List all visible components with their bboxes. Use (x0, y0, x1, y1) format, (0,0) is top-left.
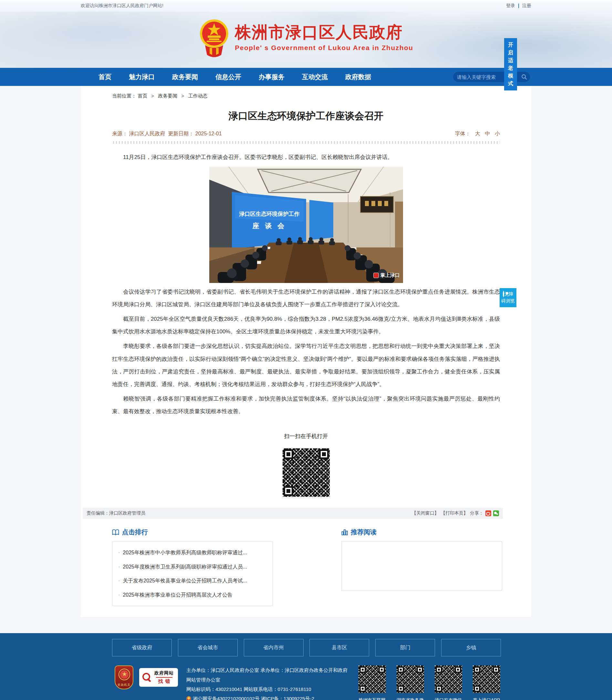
footer-qrcode (397, 665, 424, 693)
bottom-columns: 点击排行 ·2025年株洲市中小学教师系列高级教师职称评审通过... ·2025… (112, 528, 502, 606)
font-size-large[interactable]: 大 (475, 131, 480, 136)
footer-qr-label: 渌口发布微信公众号 (433, 697, 464, 700)
footer-link-departments[interactable]: 部门 (375, 639, 435, 656)
search-icon[interactable] (521, 74, 527, 80)
footer-qr-group: 株洲市互联网违法和不良信息举报 湖南省政务微信 渌口发布微信公众号 掌上渌口AP… (357, 665, 502, 700)
divider (518, 3, 519, 8)
hot-ranking-list: ·2025年株洲市中小学教师系列高级教师职称评审通过... ·2025年度株洲市… (112, 541, 273, 606)
breadcrumb-separator: > (151, 93, 154, 98)
eye-icon (503, 291, 504, 297)
zhangshang-lukou-logo-icon (373, 273, 379, 278)
breadcrumb: 当前位置： 首页 > 政务要闻 > 工作动态 (81, 86, 531, 100)
footer-link-counties[interactable]: 县市区 (309, 639, 369, 656)
nav-item-gov-data[interactable]: 政府数据 (345, 73, 371, 81)
footer-link-province-cities[interactable]: 省内市州 (244, 639, 304, 656)
site-logo[interactable]: 株洲市渌口区人民政府 People' s Government of Lukou… (0, 12, 612, 58)
recommend-title: 推荐阅读 (351, 528, 377, 537)
hot-list-item[interactable]: ·2025年株洲市中小学教师系列高级教师职称评审通过... (118, 546, 267, 560)
article-qrcode (282, 448, 330, 497)
weibo-share-icon[interactable] (485, 510, 491, 516)
hot-list-item[interactable]: ·关于发布2025年攸县事业单位公开招聘工作人员考试... (118, 574, 267, 588)
hot-ranking-title: 点击排行 (122, 528, 148, 537)
bar-chart-icon (342, 529, 348, 536)
magnifier-icon (142, 673, 152, 682)
footer-bottom: 党政机关 政府网站 找错 主办单位：渌口区人民政府办公室 承办单位：渌口区政府办… (81, 656, 531, 700)
footer-link-capital-city[interactable]: 省会城市 (178, 639, 238, 656)
welcome-text: 欢迎访问株洲市渌口区人民政府门户网站! (81, 3, 163, 9)
meeting-room-photo: 渌口区生态环境保护工作 座 谈 会 (209, 167, 403, 283)
nav-item-interaction[interactable]: 互动交流 (302, 73, 328, 81)
footer-qrcode (359, 665, 386, 693)
article-paragraph: 截至目前，2025年全区空气质量优良天数286天，优良率为90.8%，综合指数为… (112, 313, 500, 338)
national-emblem-icon (199, 17, 230, 58)
nav-item-info-disclosure[interactable]: 信息公开 (215, 73, 241, 81)
breadcrumb-separator: > (181, 93, 184, 98)
dotted-divider (112, 141, 500, 144)
footer-qr-report: 株洲市互联网违法和不良信息举报 (357, 665, 388, 700)
hot-list-item[interactable]: ·2025年株洲市事业单位公开招聘高层次人才公告 (118, 588, 267, 602)
breadcrumb-work-trends[interactable]: 工作动态 (188, 93, 207, 98)
editor-info: 责任编辑：渌口区政府管理员 (86, 510, 145, 516)
footer-qr-label: 掌上渌口APP (471, 697, 502, 700)
share-label: 分享： (470, 510, 484, 516)
login-link[interactable]: 登录 (506, 3, 515, 9)
article-source-date: 来源： 渌口区人民政府 更新日期： 2025-12-01 (112, 131, 222, 137)
site-error-report-badge[interactable]: 政府网站 找错 (139, 668, 178, 687)
article-paragraph: 赖晓智强调，各级各部门要精准把握工作标准和要求，加快完善执法监管制度体系。坚持“… (112, 393, 500, 418)
hot-list-item[interactable]: ·2025年度株洲市卫生系列副高级职称评审拟通过人员... (118, 560, 267, 574)
footer: 省级政府 省会城市 省内市州 县市区 部门 乡镇 党政机关 政府网站 找错 主办… (0, 633, 612, 700)
date-label: 更新日期： (168, 131, 194, 136)
nav-item-home[interactable]: 首页 (98, 73, 111, 81)
article-body: 11月25日，渌口区生态环境保护工作座谈会召开。区委书记李晓彤，区委副书记、区长… (112, 151, 500, 418)
breadcrumb-home[interactable]: 首页 (138, 93, 147, 98)
footer-qrcode (473, 665, 500, 693)
footer-qr-label: 湖南省政务微信 (395, 697, 426, 700)
editor-name: 渌口区政府管理员 (109, 510, 145, 516)
footer-site-code-line: 网站标识码：4302210041 网站联系电话：0731-27618110 (186, 685, 351, 694)
breadcrumb-label: 当前位置： (112, 93, 136, 98)
editor-bar: 责任编辑：渌口区政府管理员 【关闭窗口】 【打印本页】 分享： (83, 508, 503, 519)
gov-agency-badge[interactable]: 党政机关 (115, 665, 134, 689)
print-page-link[interactable]: 【打印本页】 (441, 510, 468, 516)
footer-beian-line: 湘公网安备43022102000102号 湘ICP备：13009225号-2 (186, 694, 351, 700)
nav-item-gov-news[interactable]: 政务要闻 (172, 73, 198, 81)
font-size-medium[interactable]: 中 (485, 131, 490, 136)
icp-text: 湘ICP备：13009225号-2 (261, 696, 314, 700)
main-area: 当前位置： 首页 > 政务要闻 > 工作动态 渌口区生态环境保护工作座谈会召开 … (0, 86, 612, 633)
accessibility-button[interactable]: 无障碍浏览 (500, 288, 516, 307)
qr-tip-text: 扫一扫在手机打开 (112, 433, 500, 440)
article: 渌口区生态环境保护工作座谈会召开 来源： 渌口区人民政府 更新日期： 2025-… (81, 110, 531, 497)
nav-item-charm-lukou[interactable]: 魅力渌口 (129, 73, 155, 81)
recommend-section: 推荐阅读 (342, 528, 502, 606)
beian-link[interactable]: 湘公网安备43022102000102号 (193, 696, 260, 700)
footer-link-townships[interactable]: 乡镇 (441, 639, 501, 656)
site-header: 株洲市渌口区人民政府 People' s Government of Lukou… (0, 12, 612, 68)
elder-mode-button[interactable]: 开启适老模式 (504, 38, 517, 91)
footer-organizer-line: 主办单位：渌口区人民政府办公室 承办单位：渌口区政府办政务公开和政府网站管理办公… (186, 665, 351, 685)
article-paragraph: 11月25日，渌口区生态环境保护工作座谈会召开。区委书记李晓彤，区委副书记、区长… (112, 151, 500, 163)
meeting-screen-line1: 渌口区生态环境保护工作 (239, 211, 300, 217)
article-photo: 渌口区生态环境保护工作 座 谈 会 (209, 167, 403, 283)
footer-link-provincial-gov[interactable]: 省级政府 (112, 639, 172, 656)
article-title: 渌口区生态环境保护工作座谈会召开 (112, 110, 500, 123)
wechat-share-icon[interactable] (493, 510, 499, 516)
font-label: 字体： (455, 131, 471, 136)
breadcrumb-gov-news[interactable]: 政务要闻 (158, 93, 177, 98)
footer-qr-lukou-wechat: 渌口发布微信公众号 (433, 665, 464, 700)
nav-item-services[interactable]: 办事服务 (259, 73, 284, 81)
police-badge-icon (186, 696, 191, 700)
footer-qr-lukou-app: 掌上渌口APP (471, 665, 502, 700)
book-icon (112, 529, 119, 536)
footer-qr-label: 株洲市互联网违法和不良信息举报 (357, 697, 388, 700)
main-nav: 首页 魅力渌口 政务要闻 信息公开 办事服务 互动交流 政府数据 (0, 68, 612, 86)
font-size-small[interactable]: 小 (495, 131, 500, 136)
source-label: 来源： (112, 131, 128, 136)
site-subtitle: People' s Government of Lukou Area in Zh… (235, 44, 413, 52)
meeting-screen-line2: 座 谈 会 (252, 222, 286, 229)
top-bar: 欢迎访问株洲市渌口区人民政府门户网站! 登录 注册 (0, 0, 612, 12)
article-meta: 来源： 渌口区人民政府 更新日期： 2025-12-01 字体： 大 中 小 (112, 131, 500, 137)
article-paragraph: 李晓彤要求，各级各部门要进一步深化思想认识，切实提高政治站位。深学笃行习近平生态… (112, 340, 500, 390)
close-window-link[interactable]: 【关闭窗口】 (412, 510, 439, 516)
search-box[interactable] (453, 72, 530, 82)
register-link[interactable]: 注册 (522, 3, 531, 9)
